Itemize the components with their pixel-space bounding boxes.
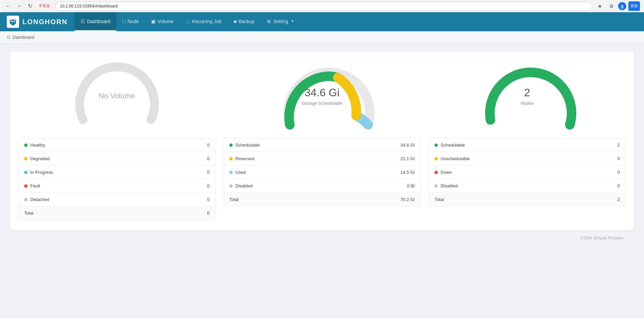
volume-stats-list: Healthy 0 Degraded 0 In Progress — [18, 138, 215, 220]
detached-label: Detached — [30, 197, 49, 202]
storage-disabled-value: 0 Bi — [407, 183, 415, 188]
volume-no-volume-text: No Volume — [99, 91, 135, 100]
chevron-down-icon: ▼ — [291, 19, 294, 23]
logo-text: LONGHORN — [22, 18, 68, 26]
logo-icon — [7, 16, 19, 28]
nodes-unschedulable-value: 0 — [617, 156, 620, 161]
main-content: No Volume Healthy 0 Degraded 0 — [0, 44, 644, 318]
browser-icons: ★ ⚙ g 更新 — [595, 1, 640, 11]
nav-item-volume[interactable]: ▣ Volume — [145, 12, 180, 31]
volume-stat-detached-left: Detached — [24, 197, 49, 202]
setting-icon: ⚙ — [267, 19, 271, 24]
storage-stats-list: Schedulable 34.6 Gi Reserved 21.1 Gi Use… — [224, 138, 420, 206]
storage-total-label: Total — [229, 197, 238, 202]
volume-stat-detached: Detached 0 — [19, 193, 215, 206]
refresh-button[interactable]: ↻ — [26, 2, 34, 10]
volume-stat-fault: Fault 0 — [19, 179, 215, 193]
storage-schedulable-dot — [229, 144, 233, 147]
volume-stat-in-progress: In Progress 0 — [19, 166, 215, 179]
profile-icon[interactable]: g — [618, 2, 626, 10]
storage-gauge-center: 34.6 Gi Storage Schedulable — [301, 86, 343, 105]
nodes-disabled-label: Disabled — [441, 183, 458, 188]
nodes-gauge-container: 2 Nodes — [480, 62, 575, 130]
nav-items: ☷ Dashboard □ Node ▣ Volume ◌ Recurring … — [75, 12, 300, 31]
storage-used-label: Used — [235, 170, 246, 175]
storage-stat-disabled: Disabled 0 Bi — [224, 179, 420, 193]
extension-icon[interactable]: ⚙ — [607, 1, 616, 11]
nodes-stat-down: Down 0 — [429, 166, 625, 179]
longhorn-logo-svg — [8, 18, 18, 26]
nodes-stat-schedulable: Schedulable 2 — [429, 138, 625, 152]
volume-total-value: 0 — [207, 211, 210, 216]
volume-stat-degraded: Degraded 0 — [19, 152, 215, 166]
nav-item-recurring-job[interactable]: ◌ Recurring Job — [180, 12, 228, 31]
detached-dot — [24, 198, 28, 201]
breadcrumb-text: Dashboard — [13, 35, 34, 40]
nav-item-backup-label: Backup — [238, 19, 254, 24]
nodes-stats-list: Schedulable 2 Unschedulable 0 Down — [429, 138, 626, 206]
volume-card: No Volume Healthy 0 Degraded 0 — [18, 62, 215, 220]
footer-text: CSDN @Apex Predator — [581, 236, 624, 240]
nodes-stat-unschedulable-left: Unschedulable — [434, 156, 470, 161]
storage-stat-schedulable-left: Schedulable — [229, 143, 260, 148]
storage-gauge-container: 34.6 Gi Storage Schedulable — [275, 62, 370, 130]
nav-item-dashboard[interactable]: ☷ Dashboard — [75, 12, 117, 31]
healthy-value: 0 — [207, 143, 210, 148]
volume-gauge-container: No Volume — [69, 62, 165, 130]
storage-stat-disabled-left: Disabled — [229, 183, 253, 188]
storage-disabled-dot — [229, 184, 233, 188]
storage-schedulable-label: Schedulable — [235, 143, 260, 148]
top-navigation: LONGHORN ☷ Dashboard □ Node ▣ Volume ◌ R… — [0, 12, 644, 31]
volume-stat-fault-left: Fault — [24, 183, 40, 188]
nodes-schedulable-value: 2 — [617, 143, 620, 148]
logo-area: LONGHORN — [0, 16, 75, 28]
nodes-stat-unschedulable: Unschedulable 0 — [429, 152, 625, 166]
storage-disabled-label: Disabled — [235, 183, 253, 188]
nav-item-setting-label: Setting — [273, 19, 288, 24]
storage-stat-reserved: Reserved 21.1 Gi — [224, 152, 420, 166]
forward-button[interactable]: → — [15, 2, 23, 10]
storage-label: Storage Schedulable — [301, 101, 343, 106]
nav-item-setting[interactable]: ⚙ Setting ▼ — [261, 12, 300, 31]
volume-total-label: Total — [24, 211, 33, 216]
storage-stat-schedulable: Schedulable 34.6 Gi — [224, 138, 420, 152]
in-progress-label: In Progress — [30, 170, 53, 175]
nodes-down-dot — [434, 171, 438, 174]
storage-schedulable-value: 34.6 Gi — [400, 143, 415, 148]
nodes-disabled-dot — [434, 184, 438, 188]
healthy-dot — [24, 144, 28, 147]
nodes-stat-schedulable-left: Schedulable — [434, 143, 465, 148]
nav-item-node-label: Node — [128, 19, 139, 24]
nodes-label: Nodes — [521, 101, 534, 106]
storage-value: 34.6 Gi — [301, 86, 343, 99]
breadcrumb: ☷ Dashboard — [0, 31, 644, 44]
storage-total-value: 70.2 Gi — [400, 197, 415, 202]
back-button[interactable]: ← — [4, 2, 12, 10]
update-button[interactable]: 更新 — [628, 1, 640, 11]
bookmark-icon[interactable]: ★ — [595, 1, 605, 11]
footer: CSDN @Apex Predator — [10, 230, 634, 246]
volume-gauge-center: No Volume — [99, 91, 135, 100]
node-icon: □ — [122, 19, 125, 24]
dashboard-cards: No Volume Healthy 0 Degraded 0 — [10, 52, 634, 230]
nodes-unschedulable-label: Unschedulable — [441, 156, 470, 161]
nav-item-node[interactable]: □ Node — [116, 12, 145, 31]
url-bar[interactable] — [55, 2, 592, 11]
nodes-stat-disabled: Disabled 0 — [429, 179, 625, 193]
volume-stat-total: Total 0 — [19, 206, 215, 220]
storage-card: 34.6 Gi Storage Schedulable Schedulable … — [224, 62, 420, 220]
nodes-stat-total: Total 2 — [429, 193, 625, 206]
breadcrumb-icon: ☷ — [7, 35, 11, 40]
nav-item-backup[interactable]: ■ Backup — [228, 12, 261, 31]
storage-used-dot — [229, 171, 233, 174]
storage-used-value: 14.5 Gi — [400, 170, 415, 175]
fault-value: 0 — [207, 183, 210, 188]
volume-stat-healthy-left: Healthy — [24, 143, 45, 148]
volume-icon: ▣ — [151, 19, 155, 24]
browser-bar: ← → ↻ 不安全 ★ ⚙ g 更新 — [0, 0, 644, 12]
nodes-schedulable-dot — [434, 144, 438, 147]
storage-stat-used-left: Used — [229, 170, 246, 175]
volume-stat-degraded-left: Degraded — [24, 156, 50, 161]
nav-item-volume-label: Volume — [158, 19, 174, 24]
security-label: 不安全 — [37, 3, 52, 9]
